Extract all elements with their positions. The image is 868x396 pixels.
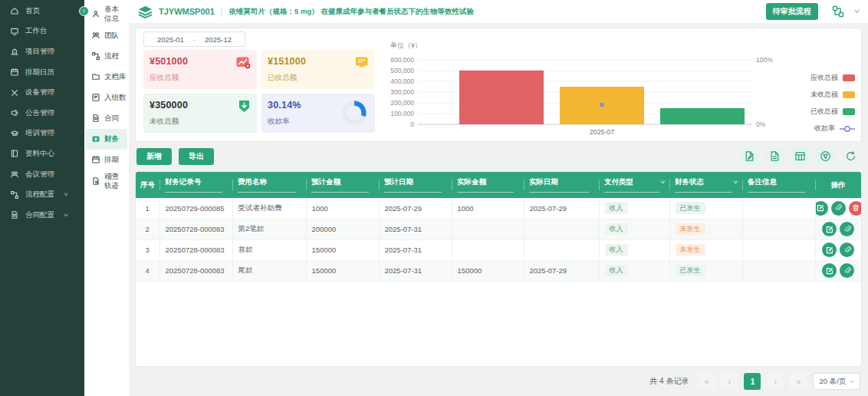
- col-header[interactable]: 财务状态˅: [669, 172, 742, 198]
- project-title: 依维莫司片（规格：5 mg） 在健康成年参与者餐后状态下的生物等效性试验: [229, 7, 474, 17]
- legend-label: 收款率: [814, 124, 835, 134]
- cell-note: [742, 260, 815, 281]
- cell-record-no: 20250728-000083: [159, 239, 232, 260]
- file-button[interactable]: [765, 147, 784, 166]
- cell-planned-amount: 150000: [306, 239, 379, 260]
- export-button[interactable]: 导出: [179, 148, 214, 165]
- sidebar-item-library[interactable]: 资料中心: [0, 144, 84, 164]
- cell-actions: [815, 198, 861, 219]
- cell-status: 未发生: [669, 219, 742, 239]
- sitemap-icon[interactable]: [832, 5, 844, 18]
- sidebar-item-label: 资料中心: [25, 149, 54, 159]
- filter-circle-button[interactable]: [816, 147, 835, 166]
- attach-button[interactable]: [840, 243, 854, 257]
- first-page-button[interactable]: «: [698, 373, 715, 390]
- subnav-item-enrollment[interactable]: 入组数: [86, 87, 127, 108]
- refresh-icon: [845, 150, 856, 162]
- stat-value: ¥151000: [268, 56, 369, 67]
- subnav-item-process[interactable]: 流程: [86, 46, 127, 67]
- pending-approval-button[interactable]: 待审批流程: [766, 3, 818, 20]
- subnav-item-schedule[interactable]: 排期: [86, 150, 127, 170]
- sidebar-item-device[interactable]: 设备管理: [0, 82, 84, 103]
- date-range-picker[interactable]: 2025-01 - 2025-12: [143, 31, 245, 47]
- flow-config-icon: [10, 190, 19, 200]
- cell-actual-amount: [452, 219, 524, 239]
- stat-label: 未收总额: [150, 117, 251, 127]
- top-header: TJYWMSP001 | 依维莫司片（规格：5 mg） 在健康成年参与者餐后状态…: [129, 0, 868, 23]
- sidebar-item-calendar[interactable]: 排期日历: [0, 62, 84, 83]
- edit-button[interactable]: [822, 222, 837, 236]
- subnav-item-audit-trail[interactable]: 稽查轨迹: [86, 170, 127, 193]
- cell-actual-date: 2025-07-29: [524, 260, 599, 281]
- sidebar-item-workbench[interactable]: 工作台: [0, 21, 84, 42]
- col-header[interactable]: 支付类型˅: [599, 172, 669, 198]
- sidebar-item-training[interactable]: 培训管理: [0, 124, 84, 144]
- attach-button[interactable]: [840, 263, 854, 278]
- col-header-label: 预计金额: [311, 177, 340, 187]
- sidebar-item-contract-config[interactable]: 合同配置 ˅: [0, 205, 84, 226]
- sidebar-item-project[interactable]: 项目管理: [0, 41, 84, 62]
- finance-table: 序号 财务记录号 费用名称 预计金额 预计日期 实际金额 实际日期 支付类型˅ …: [136, 172, 861, 282]
- sidebar-item-home[interactable]: 首页: [0, 1, 84, 21]
- sidebar-item-notice[interactable]: 公告管理: [0, 103, 84, 124]
- col-header-label: 序号: [140, 180, 155, 190]
- trend-chart-icon: [236, 56, 251, 69]
- col-header: 备注信息: [742, 172, 815, 198]
- subnav-item-contract[interactable]: 合同: [86, 108, 127, 129]
- attach-button[interactable]: [831, 201, 846, 216]
- table-button[interactable]: [791, 147, 810, 166]
- page-1-button[interactable]: 1: [744, 373, 761, 390]
- chevron-down-icon: ˅: [64, 212, 68, 219]
- legend-item[interactable]: 应收总额: [780, 73, 855, 83]
- filter-chevron-icon[interactable]: ˅: [660, 179, 666, 186]
- next-page-button[interactable]: ›: [767, 373, 784, 390]
- cell-pay-type: 收入: [599, 219, 669, 239]
- svg-text:200,000: 200,000: [390, 99, 414, 107]
- file-edit-icon: [744, 150, 755, 162]
- cell-pay-type: 收入: [599, 239, 669, 260]
- summary-panel: 2025-01 - 2025-12 ¥501000 应收总额 ¥151000 已…: [135, 28, 862, 142]
- finance-content: 2025-01 - 2025-12 ¥501000 应收总额 ¥151000 已…: [129, 23, 868, 396]
- subnav-item-label: 团队: [104, 31, 119, 40]
- edit-button[interactable]: [822, 263, 837, 278]
- sidebar-item-flow-config[interactable]: 流程配置 ˅: [0, 184, 84, 205]
- delete-button[interactable]: [849, 201, 861, 216]
- refresh-button[interactable]: [841, 147, 860, 166]
- page-size-select[interactable]: 20 条/页 ˅: [813, 373, 860, 390]
- subnav-item-label: 排期: [104, 155, 119, 164]
- svg-text:0: 0: [410, 120, 414, 128]
- attach-button[interactable]: [840, 222, 854, 236]
- subnav-item-label: 流程: [104, 51, 119, 61]
- training-icon: [10, 129, 19, 138]
- edit-button[interactable]: [815, 201, 828, 216]
- col-header: 预计金额: [306, 172, 379, 198]
- finance-table-panel: 序号 财务记录号 费用名称 预计金额 预计日期 实际金额 实际日期 支付类型˅ …: [135, 171, 862, 367]
- filter-chevron-icon[interactable]: ˅: [733, 179, 738, 186]
- filter-circle-icon: [820, 150, 831, 162]
- last-page-button[interactable]: »: [790, 373, 807, 390]
- legend-item[interactable]: 收款率: [780, 124, 855, 134]
- legend-item[interactable]: 已收总额: [780, 107, 855, 117]
- header-chevron-down-icon[interactable]: ˅: [854, 8, 860, 15]
- sidebar-item-meeting[interactable]: 会议管理: [0, 164, 84, 185]
- subnav-item-docs[interactable]: 文档库: [86, 67, 127, 87]
- col-header: 序号: [136, 172, 159, 198]
- legend-item[interactable]: 未收总额: [780, 90, 855, 100]
- subnav-item-basic-info[interactable]: 基本信息: [86, 3, 127, 25]
- pagination-bar: 共 4 条记录 « ‹ 1 › » 20 条/页 ˅: [135, 367, 862, 396]
- file-edit-button[interactable]: [740, 147, 759, 166]
- subnav-item-finance[interactable]: 财务: [86, 129, 127, 150]
- subnav-item-team[interactable]: 团队: [86, 25, 127, 46]
- contract-config-icon: [10, 210, 19, 219]
- table-icon: [794, 150, 806, 162]
- col-header-label: 备注信息: [748, 177, 777, 187]
- edit-button[interactable]: [822, 243, 837, 257]
- add-button[interactable]: 新增: [136, 148, 172, 165]
- subnav-item-label: 财务: [104, 134, 119, 144]
- schedule-icon: [91, 155, 100, 164]
- sidebar-collapse-button[interactable]: ‹: [79, 6, 89, 16]
- sidebar-item-label: 合同配置: [25, 210, 54, 220]
- prev-page-button[interactable]: ‹: [721, 373, 738, 390]
- cell-note: [742, 198, 815, 219]
- col-header: 费用名称: [232, 172, 306, 198]
